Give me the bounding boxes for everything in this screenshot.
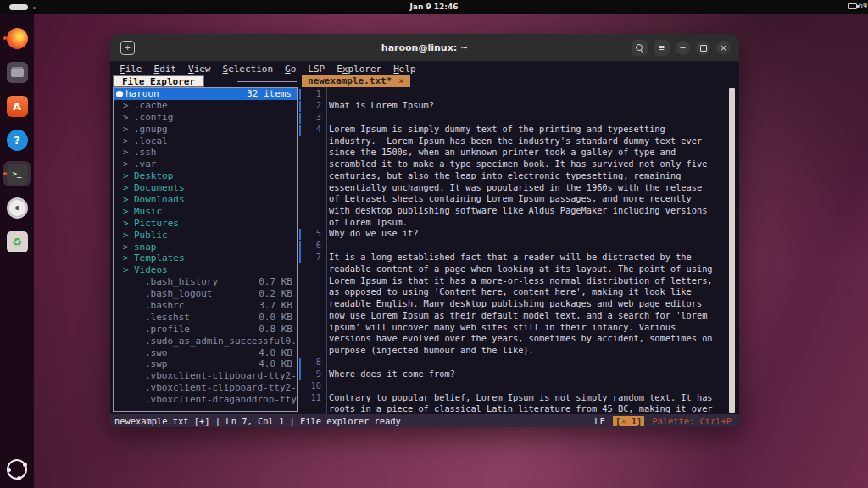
expand-arrow: > bbox=[123, 241, 134, 253]
file-tree-item[interactable]: .profile 0.8 KB bbox=[114, 324, 297, 336]
file-tree-item[interactable]: .vboxclient-clipboard-tty2-con bbox=[114, 370, 297, 382]
maximize-button[interactable] bbox=[696, 41, 710, 55]
new-tab-icon[interactable]: + bbox=[120, 41, 135, 55]
tree-root-row[interactable]: haroon 32 items bbox=[114, 88, 297, 100]
menu-item[interactable]: Go bbox=[279, 64, 302, 75]
menu-item[interactable]: Help bbox=[387, 64, 422, 75]
dock-item[interactable] bbox=[3, 195, 31, 220]
file-tree-item[interactable]: .swo 4.0 KB bbox=[114, 347, 297, 359]
line-text: Lorem Ipsum is simply dummy text of the … bbox=[321, 124, 726, 228]
dock-item[interactable]: ♻ bbox=[3, 229, 31, 254]
file-tree-item[interactable]: .bashrc 3.7 KB bbox=[114, 300, 297, 312]
warning-badge[interactable]: [⚠ 1] bbox=[613, 416, 644, 426]
show-applications-button[interactable] bbox=[7, 459, 27, 480]
file-tree-item[interactable]: > .cache bbox=[114, 100, 297, 112]
dock-item[interactable]: A bbox=[3, 93, 31, 119]
dock-item[interactable]: >_ bbox=[3, 161, 31, 186]
file-name: Public bbox=[134, 230, 168, 241]
editor-scrollbar[interactable] bbox=[729, 88, 735, 413]
editor-menubar: FileEditViewSelectionGoLSPExplorerHelp bbox=[110, 62, 739, 75]
editor-line[interactable]: 7 It is a long established fact that a r… bbox=[298, 252, 726, 356]
explorer-top-border bbox=[237, 81, 297, 82]
file-size bbox=[292, 124, 297, 136]
file-tree-item[interactable]: > snap bbox=[114, 241, 297, 253]
file-tree-item[interactable]: .vboxclient-draganddrop-tty2-c bbox=[114, 394, 297, 406]
file-tree-item[interactable]: .vboxclient-clipboard-tty2-ser bbox=[114, 382, 297, 394]
dock-app-icon bbox=[7, 28, 28, 49]
file-tree-item[interactable]: > Templates bbox=[114, 252, 297, 264]
menu-item[interactable]: View bbox=[182, 64, 217, 75]
file-tree-item[interactable]: > Pictures bbox=[114, 218, 297, 230]
minimize-button[interactable]: − bbox=[676, 41, 690, 55]
menu-item[interactable]: Edit bbox=[148, 64, 183, 75]
search-icon[interactable] bbox=[632, 40, 648, 56]
file-tree-item[interactable]: > .gnupg bbox=[114, 124, 297, 136]
file-name: .bash_logout bbox=[145, 288, 212, 300]
file-tree-item[interactable]: > .config bbox=[114, 112, 297, 124]
file-tree-item[interactable]: > Videos bbox=[114, 264, 297, 276]
file-size: 4.0 KB bbox=[259, 347, 297, 359]
editor-line[interactable]: 3 bbox=[298, 112, 726, 124]
file-explorer-panel: haroon 32 items > .cache > .config > .gn… bbox=[113, 87, 298, 412]
expand-arrow bbox=[134, 276, 145, 288]
editor-line[interactable]: 9 Where does it come from? bbox=[298, 369, 726, 380]
file-tree-item[interactable]: > Music bbox=[114, 206, 297, 218]
line-number: 7 bbox=[301, 252, 321, 263]
editor-line[interactable]: 4 Lorem Ipsum is simply dummy text of th… bbox=[298, 124, 726, 228]
window-title: haroon@linux: ~ bbox=[381, 42, 468, 53]
editor-line[interactable]: 11 Contrary to popular belief, Lorem Ips… bbox=[298, 392, 726, 414]
dock-app-icon: ♻ bbox=[7, 231, 28, 252]
line-text bbox=[321, 357, 726, 369]
menu-item[interactable]: Selection bbox=[217, 64, 280, 75]
file-tree-item[interactable]: .bash_logout 0.2 KB bbox=[114, 288, 297, 300]
expand-arrow: > bbox=[123, 206, 134, 218]
tab-close-icon[interactable]: × bbox=[398, 75, 404, 87]
statusbar: newexample.txt [+] | Ln 7, Col 1 | File … bbox=[110, 414, 739, 427]
clock[interactable]: Jan 9 12:46 bbox=[409, 3, 458, 11]
close-button[interactable]: × bbox=[716, 41, 731, 55]
file-tree-item[interactable]: .lesshst 0.0 KB bbox=[114, 312, 297, 324]
system-status-area[interactable]: 69 bbox=[848, 3, 867, 10]
dock-item[interactable] bbox=[3, 25, 31, 51]
editor-line[interactable]: 2 What is Lorem Ipsum? bbox=[298, 100, 726, 112]
file-tree-item[interactable]: > Public bbox=[114, 230, 297, 241]
editor-line[interactable]: 5 Why do we use it? bbox=[298, 228, 726, 240]
dock-item[interactable]: ? bbox=[3, 127, 31, 152]
menu-item[interactable]: Explorer bbox=[331, 64, 387, 75]
menu-item[interactable]: LSP bbox=[302, 64, 331, 75]
workspace-indicator-pill[interactable] bbox=[9, 4, 28, 10]
file-size bbox=[292, 112, 297, 124]
gnome-top-bar: Jan 9 12:46 69 bbox=[0, 0, 868, 14]
editor-area[interactable]: 1 2 What is Lorem Ipsum? 3 4 Lorem Ipsum… bbox=[298, 87, 739, 414]
expand-arrow: > bbox=[123, 147, 134, 158]
hamburger-menu-icon[interactable]: ≡ bbox=[654, 40, 670, 56]
file-tree-item[interactable]: > .var bbox=[114, 158, 297, 170]
line-number: 8 bbox=[301, 357, 321, 369]
file-tree-item[interactable]: > .local bbox=[114, 136, 297, 147]
menu-item[interactable]: File bbox=[114, 64, 148, 75]
file-explorer-header[interactable]: File Explorer bbox=[113, 75, 204, 87]
file-tree-item[interactable]: .swp 4.0 KB bbox=[114, 358, 297, 370]
window-titlebar[interactable]: + haroon@linux: ~ ≡ − × bbox=[110, 34, 739, 62]
file-tree-item[interactable]: .bash_history 0.7 KB bbox=[114, 276, 297, 288]
workspace-indicator-dot[interactable] bbox=[33, 7, 36, 9]
editor-line[interactable]: 6 bbox=[298, 240, 726, 252]
file-tree-item[interactable]: > Documents bbox=[114, 182, 297, 194]
line-number: 1 bbox=[301, 88, 321, 100]
file-tree-item[interactable]: .sudo_as_admin_successful 0.0 bbox=[114, 336, 297, 347]
line-number: 6 bbox=[301, 240, 321, 252]
file-tree-item[interactable]: > .ssh bbox=[114, 147, 297, 158]
palette-shortcut-hint: Palette: Ctrl+P bbox=[652, 416, 735, 426]
expand-arrow bbox=[134, 336, 145, 347]
file-size bbox=[292, 194, 297, 206]
dock-item[interactable] bbox=[3, 59, 31, 85]
dock-app-icon bbox=[7, 62, 28, 83]
editor-tabbar: newexample.txt* × bbox=[298, 75, 739, 87]
file-size: 0.7 KB bbox=[259, 276, 297, 288]
editor-line[interactable]: 1 bbox=[298, 88, 726, 100]
editor-line[interactable]: 10 bbox=[298, 380, 726, 392]
tab-newexample[interactable]: newexample.txt* × bbox=[302, 75, 410, 87]
file-tree-item[interactable]: > Downloads bbox=[114, 194, 297, 206]
file-tree-item[interactable]: > Desktop bbox=[114, 170, 297, 182]
editor-line[interactable]: 8 bbox=[298, 357, 726, 369]
